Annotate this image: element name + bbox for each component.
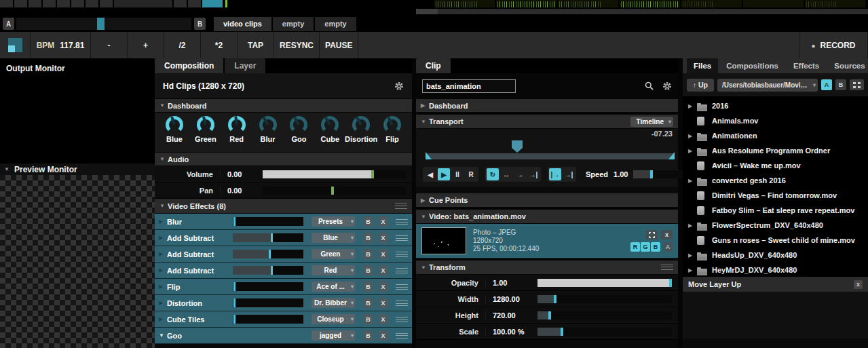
- preset-dropdown[interactable]: Green: [312, 249, 355, 259]
- mark-out-button[interactable]: →|: [563, 168, 575, 180]
- dashboard-knob[interactable]: Blue: [160, 115, 189, 143]
- gear-icon[interactable]: [662, 81, 672, 91]
- clip-cell[interactable]: [0, 0, 13, 7]
- deck-tab[interactable]: empty: [315, 17, 356, 31]
- fullscreen-button[interactable]: [646, 230, 658, 239]
- collapse-icon[interactable]: [421, 214, 428, 220]
- bpm-button[interactable]: TAP: [238, 32, 274, 58]
- clip-cell[interactable]: [100, 0, 113, 7]
- deck-tab[interactable]: empty: [273, 17, 314, 31]
- bpm-display[interactable]: BPM 117.81: [31, 32, 91, 58]
- expand-icon[interactable]: [159, 235, 167, 241]
- clip-name-input[interactable]: [422, 79, 516, 93]
- channel-toggle[interactable]: G: [641, 242, 650, 252]
- effect-row[interactable]: Blur Presets B X: [155, 214, 412, 230]
- file-row[interactable]: Avicii – Wake me up.mov: [683, 158, 868, 173]
- playhead-marker[interactable]: [512, 140, 523, 148]
- effect-slider[interactable]: [233, 250, 303, 258]
- parameter-value[interactable]: 0.00: [221, 187, 263, 195]
- collapse-icon[interactable]: [4, 166, 11, 172]
- composition-mode-button[interactable]: [0, 32, 31, 58]
- effect-row[interactable]: Add Subtract Blue B X: [155, 230, 412, 246]
- file-row[interactable]: FlowerSpectrum_DXV_640x480: [683, 218, 868, 233]
- dashboard-knob[interactable]: Cube: [316, 115, 344, 143]
- drag-handle-icon[interactable]: [396, 284, 408, 290]
- parameter-slider[interactable]: [537, 295, 672, 303]
- file-row[interactable]: 2016: [683, 98, 868, 113]
- parameter-value[interactable]: 1280.00: [486, 295, 537, 303]
- deck-a-button[interactable]: A: [821, 79, 832, 90]
- preset-dropdown[interactable]: Blue: [312, 233, 355, 243]
- expand-icon[interactable]: [688, 223, 697, 229]
- slider-marker[interactable]: [233, 298, 235, 307]
- remove-effect-button[interactable]: X: [378, 216, 388, 227]
- drag-handle-icon[interactable]: [396, 317, 408, 322]
- file-row[interactable]: Guns n roses – Sweet child of mine.mov: [683, 233, 868, 248]
- clip-cell[interactable]: [71, 0, 84, 7]
- clip-cell[interactable]: [174, 0, 187, 7]
- file-row[interactable]: Fatboy Slim – Eat sleep rave repeat.mov: [683, 203, 868, 218]
- remove-effect-button[interactable]: X: [378, 330, 388, 341]
- parameter-value[interactable]: 0.00: [221, 170, 263, 178]
- close-icon[interactable]: x: [854, 280, 863, 289]
- timeline-playhead-area[interactable]: [416, 138, 678, 153]
- browser-tab[interactable]: Compositions: [719, 58, 785, 73]
- preset-dropdown[interactable]: Presets: [312, 216, 355, 227]
- parameter-value[interactable]: 100.00 %: [486, 328, 537, 336]
- audio-section-header[interactable]: Audio: [155, 153, 412, 166]
- up-directory-button[interactable]: Up: [687, 79, 714, 92]
- dashboard-knob[interactable]: Goo: [284, 115, 313, 143]
- clip-cell[interactable]: [29, 0, 41, 7]
- remove-effect-button[interactable]: X: [378, 282, 388, 292]
- audio-clip-cell[interactable]: [620, 0, 680, 7]
- cue-points-header[interactable]: Cue Points: [416, 193, 678, 208]
- video-section-header[interactable]: Video: bats_animation.mov: [416, 210, 678, 224]
- clip-cell[interactable]: [57, 0, 70, 7]
- record-button[interactable]: RECORD: [799, 32, 868, 58]
- pause-button[interactable]: II: [451, 168, 464, 180]
- remove-effect-button[interactable]: X: [378, 249, 388, 259]
- bypass-button[interactable]: B: [363, 265, 373, 275]
- effect-slider[interactable]: [233, 282, 303, 291]
- slider-marker[interactable]: [233, 282, 235, 291]
- bpm-button[interactable]: RESYNC: [274, 32, 320, 58]
- clip-dashboard-header[interactable]: Dashboard: [416, 99, 678, 113]
- effect-slider[interactable]: [233, 217, 303, 226]
- preset-dropdown[interactable]: Ace of ...: [312, 282, 355, 292]
- drag-handle-icon[interactable]: [661, 265, 673, 270]
- tab-clip[interactable]: Clip: [416, 58, 451, 73]
- preset-dropdown[interactable]: Dr. Bibber: [312, 298, 355, 308]
- speed-value[interactable]: 1.00: [614, 170, 628, 178]
- clip-cell[interactable]: [43, 0, 56, 7]
- speed-slider[interactable]: [633, 170, 683, 178]
- channel-toggle[interactable]: A: [663, 242, 673, 252]
- transform-section-header[interactable]: Transform: [416, 260, 678, 275]
- slider-marker[interactable]: [554, 295, 556, 303]
- effect-row[interactable]: Goo jagged B X: [155, 328, 412, 344]
- collapse-icon[interactable]: [421, 197, 428, 204]
- clip-cell[interactable]: [86, 0, 98, 7]
- effect-row[interactable]: Flip Ace of ... B X: [155, 279, 412, 295]
- parameter-slider[interactable]: [537, 311, 672, 320]
- video-effects-section-header[interactable]: Video Effects (8): [155, 199, 412, 214]
- audio-clip-cell[interactable]: [681, 0, 742, 7]
- play-backwards-button[interactable]: ◀: [424, 168, 436, 180]
- expand-icon[interactable]: [159, 251, 167, 257]
- parameter-slider[interactable]: [263, 187, 406, 195]
- transport-mode-dropdown[interactable]: Timeline: [630, 117, 673, 127]
- bypass-button[interactable]: B: [363, 249, 373, 259]
- preset-dropdown[interactable]: jagged: [312, 330, 355, 341]
- remove-effect-button[interactable]: X: [378, 233, 388, 243]
- bpm-button[interactable]: PAUSE: [320, 32, 358, 58]
- bpm-button[interactable]: *2: [201, 32, 238, 58]
- file-row[interactable]: HeyMrDJ_DXV_640x480: [683, 263, 868, 276]
- expand-icon[interactable]: [688, 267, 697, 273]
- drag-handle-icon[interactable]: [396, 333, 408, 339]
- view-mode-button[interactable]: [850, 79, 864, 90]
- dashboard-knob[interactable]: Green: [191, 115, 220, 143]
- random-button[interactable]: R: [465, 168, 477, 180]
- gear-icon[interactable]: [394, 81, 404, 91]
- effect-row[interactable]: Add Subtract Green B X: [155, 246, 412, 263]
- drag-handle-icon[interactable]: [396, 235, 408, 241]
- collapse-icon[interactable]: [421, 102, 428, 109]
